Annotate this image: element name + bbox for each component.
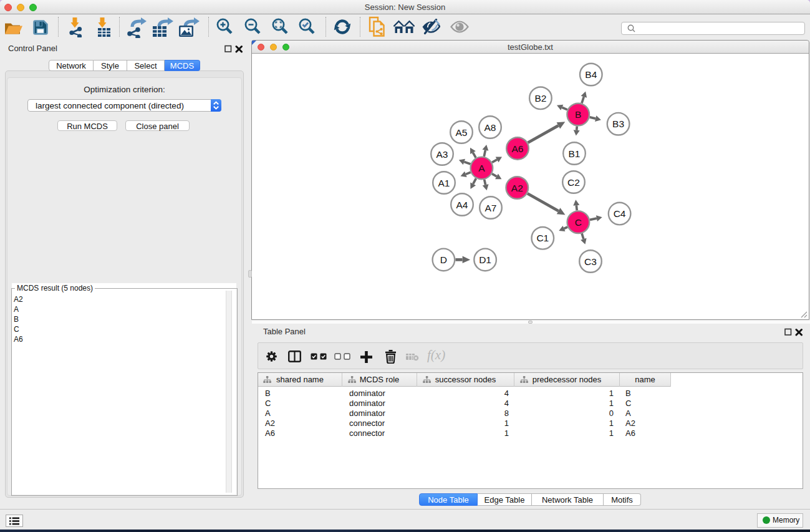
svg-text:A6: A6 (512, 143, 524, 154)
svg-text:A4: A4 (456, 200, 468, 210)
svg-text:B1: B1 (569, 148, 581, 159)
svg-text:A1: A1 (438, 178, 450, 188)
svg-text:C1: C1 (536, 233, 549, 243)
svg-text:C2: C2 (567, 177, 580, 188)
svg-text:B2: B2 (534, 93, 546, 104)
svg-text:A8: A8 (485, 122, 496, 133)
svg-text:C3: C3 (584, 256, 597, 267)
svg-text:A7: A7 (485, 203, 497, 213)
svg-text:C: C (575, 217, 582, 228)
svg-text:A3: A3 (436, 149, 448, 160)
svg-text:B4: B4 (585, 69, 597, 80)
svg-text:B: B (575, 109, 581, 120)
svg-text:D1: D1 (479, 254, 491, 265)
svg-text:A2: A2 (511, 183, 523, 193)
svg-text:C4: C4 (614, 208, 626, 219)
svg-text:A: A (478, 163, 485, 173)
svg-text:A5: A5 (456, 127, 468, 138)
svg-text:B3: B3 (612, 118, 624, 129)
svg-text:D: D (440, 254, 447, 265)
